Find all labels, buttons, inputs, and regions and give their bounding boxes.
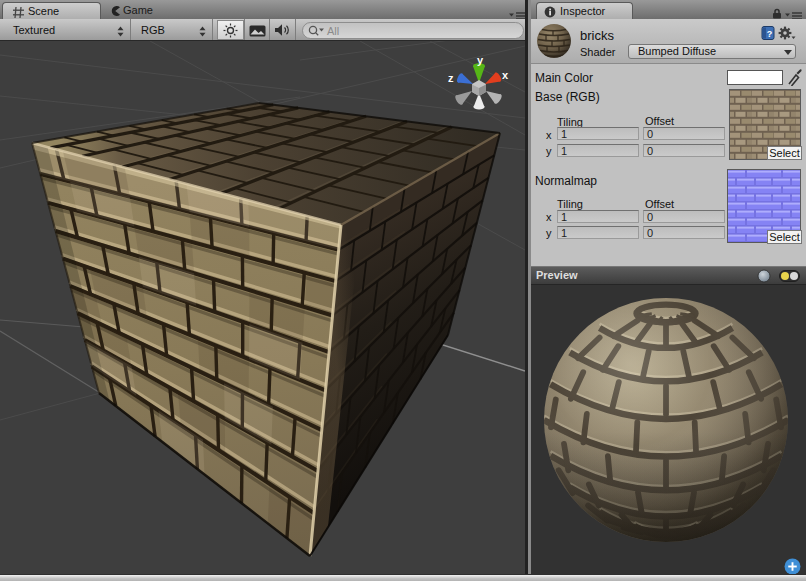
svg-text:?: ? (767, 29, 773, 39)
svg-text:x: x (502, 69, 509, 81)
svg-text:z: z (448, 72, 454, 84)
svg-text:y: y (477, 54, 484, 66)
